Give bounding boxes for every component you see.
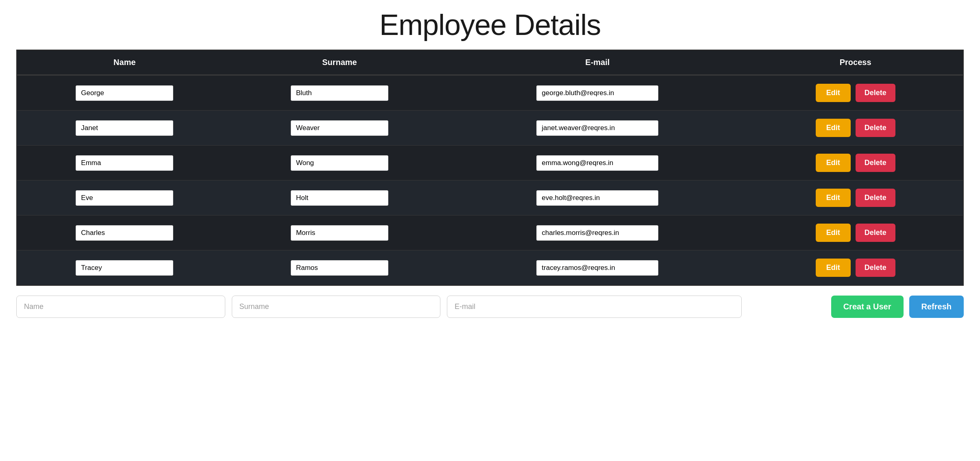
input-email-2[interactable]: [536, 155, 658, 171]
input-name-0[interactable]: [76, 85, 173, 101]
employee-table: Name Surname E-mail Process Edit Delete: [16, 50, 964, 286]
table-row: Edit Delete: [17, 75, 963, 110]
cell-surname-2: [232, 153, 447, 173]
input-name-3[interactable]: [76, 190, 173, 206]
form-surname-input[interactable]: [232, 296, 441, 318]
table-body: Edit Delete Edit Delete: [17, 75, 963, 285]
cell-email-1: [447, 118, 748, 138]
cell-name-0: [17, 83, 232, 103]
table-row: Edit Delete: [17, 145, 963, 180]
cell-process-3: Edit Delete: [748, 186, 963, 209]
cell-email-3: [447, 188, 748, 208]
cell-surname-1: [232, 118, 447, 138]
header-email: E-mail: [447, 50, 748, 74]
cell-name-2: [17, 153, 232, 173]
table-row: Edit Delete: [17, 215, 963, 250]
table-row: Edit Delete: [17, 110, 963, 145]
cell-email-2: [447, 153, 748, 173]
cell-surname-3: [232, 188, 447, 208]
delete-button-0[interactable]: Delete: [856, 84, 895, 102]
table-row: Edit Delete: [17, 180, 963, 215]
cell-surname-4: [232, 223, 447, 243]
input-email-1[interactable]: [536, 120, 658, 136]
edit-button-4[interactable]: Edit: [816, 224, 851, 242]
table-row: Edit Delete: [17, 250, 963, 285]
input-surname-0[interactable]: [291, 85, 388, 101]
input-name-1[interactable]: [76, 120, 173, 136]
cell-process-4: Edit Delete: [748, 221, 963, 244]
cell-surname-0: [232, 83, 447, 103]
input-surname-4[interactable]: [291, 225, 388, 241]
input-surname-2[interactable]: [291, 155, 388, 171]
delete-button-1[interactable]: Delete: [856, 119, 895, 137]
create-user-button[interactable]: Creat a User: [831, 296, 904, 318]
delete-button-2[interactable]: Delete: [856, 154, 895, 172]
input-name-5[interactable]: [76, 260, 173, 276]
edit-button-3[interactable]: Edit: [816, 189, 851, 207]
delete-button-5[interactable]: Delete: [856, 259, 895, 277]
input-email-4[interactable]: [536, 225, 658, 241]
header-surname: Surname: [232, 50, 447, 74]
create-user-form: Creat a User Refresh: [16, 296, 964, 318]
cell-email-5: [447, 258, 748, 278]
cell-name-3: [17, 188, 232, 208]
input-email-5[interactable]: [536, 260, 658, 276]
cell-name-5: [17, 258, 232, 278]
cell-surname-5: [232, 258, 447, 278]
delete-button-3[interactable]: Delete: [856, 189, 895, 207]
refresh-button[interactable]: Refresh: [909, 296, 964, 318]
delete-button-4[interactable]: Delete: [856, 224, 895, 242]
form-name-input[interactable]: [16, 296, 225, 318]
cell-process-2: Edit Delete: [748, 151, 963, 174]
edit-button-2[interactable]: Edit: [816, 154, 851, 172]
header-process: Process: [748, 50, 963, 74]
page-title: Employee Details: [16, 8, 964, 41]
header-name: Name: [17, 50, 232, 74]
cell-name-1: [17, 118, 232, 138]
cell-name-4: [17, 223, 232, 243]
cell-email-4: [447, 223, 748, 243]
form-email-input[interactable]: [447, 296, 742, 318]
input-name-2[interactable]: [76, 155, 173, 171]
input-surname-1[interactable]: [291, 120, 388, 136]
input-surname-3[interactable]: [291, 190, 388, 206]
input-email-0[interactable]: [536, 85, 658, 101]
form-actions: Creat a User Refresh: [748, 296, 964, 318]
input-name-4[interactable]: [76, 225, 173, 241]
form-email-cell: [447, 296, 748, 318]
cell-email-0: [447, 83, 748, 103]
form-name-cell: [16, 296, 232, 318]
edit-button-5[interactable]: Edit: [816, 259, 851, 277]
input-surname-5[interactable]: [291, 260, 388, 276]
edit-button-1[interactable]: Edit: [816, 119, 851, 137]
cell-process-5: Edit Delete: [748, 256, 963, 279]
edit-button-0[interactable]: Edit: [816, 84, 851, 102]
cell-process-1: Edit Delete: [748, 116, 963, 139]
cell-process-0: Edit Delete: [748, 81, 963, 104]
form-surname-cell: [232, 296, 447, 318]
table-header: Name Surname E-mail Process: [17, 50, 963, 75]
input-email-3[interactable]: [536, 190, 658, 206]
